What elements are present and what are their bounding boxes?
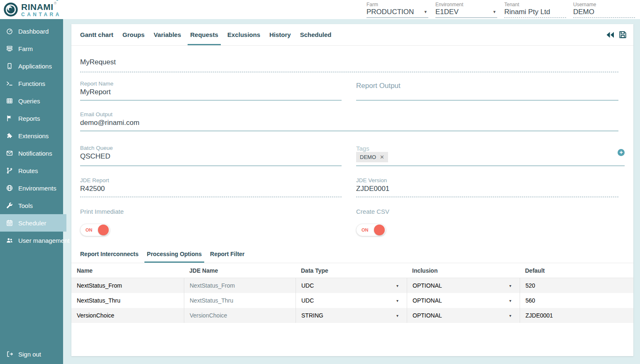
row-default-value[interactable]: ZJDE0001 — [520, 308, 633, 323]
sidebar-item-environments[interactable]: Environments — [0, 179, 63, 197]
toggle-knob — [98, 225, 109, 235]
request-name-value: MyRequest — [80, 57, 618, 72]
add-tag-button[interactable]: + — [618, 149, 625, 156]
sidebar-item-label: Notifications — [18, 150, 52, 157]
card-empty-space — [71, 323, 633, 356]
tab-bar: Gantt chart Groups Variables Requests Ex… — [71, 24, 633, 46]
jde-version-label: JDE Version — [356, 177, 618, 183]
username-field[interactable]: Username DEMO — [573, 2, 635, 18]
jde-report-label: JDE Report — [80, 177, 342, 183]
row-name: VersionChoice — [71, 308, 184, 323]
tenant-value: Rinami Pty Ltd — [504, 8, 550, 16]
environment-select[interactable]: Environment E1DEV ▾ — [435, 2, 497, 18]
sidebar-item-functions[interactable]: Functions — [0, 75, 63, 92]
sidebar-item-extensions[interactable]: Extensions — [0, 127, 63, 144]
data-type-select[interactable]: STRING ▾ — [296, 308, 407, 323]
tab-exclusions[interactable]: Exclusions — [225, 24, 263, 45]
save-icon[interactable] — [618, 30, 628, 39]
sidebar-item-farm[interactable]: Farm — [0, 40, 63, 57]
sign-out-icon — [5, 350, 14, 358]
sidebar-item-label: Farm — [18, 45, 33, 52]
puzzle-icon — [5, 132, 14, 139]
chevron-down-icon: ▾ — [509, 298, 511, 303]
server-icon — [5, 45, 14, 52]
jde-report-input[interactable]: JDE Report R42500 — [80, 177, 342, 197]
request-form: MyRequest Report Name MyReport Report Ou… — [71, 46, 633, 236]
terminal-icon — [5, 80, 14, 87]
sidebar-item-dashboard[interactable]: Dashboard — [0, 22, 63, 40]
tab-gantt-chart[interactable]: Gantt chart — [78, 24, 116, 45]
sidebar-item-queries[interactable]: Queries — [0, 92, 63, 110]
globe-icon — [5, 184, 14, 192]
email-output-label: Email Output — [80, 111, 618, 117]
jde-version-value: ZJDE0001 — [356, 183, 618, 197]
print-immediate-toggle[interactable]: ON — [80, 224, 110, 236]
branch-icon — [5, 167, 14, 174]
column-header-default: Default — [520, 263, 633, 278]
tab-history[interactable]: History — [267, 24, 293, 45]
subtab-processing-options[interactable]: Processing Options — [144, 246, 204, 263]
rewind-icon[interactable] — [605, 30, 615, 40]
sidebar-item-scheduler[interactable]: Scheduler — [0, 214, 66, 232]
table-icon — [5, 97, 14, 105]
chevron-down-icon: ▾ — [493, 9, 497, 15]
chevron-down-icon: ▾ — [509, 283, 511, 288]
flag-icon — [5, 115, 14, 122]
batch-queue-input[interactable]: Batch Queue QSCHED — [80, 145, 342, 166]
farm-select[interactable]: Farm PRODUCTION ▾ — [366, 2, 428, 18]
data-type-select[interactable]: UDC ▾ — [296, 293, 407, 308]
toggle-knob — [374, 225, 385, 235]
create-csv-toggle[interactable]: ON — [356, 224, 386, 236]
chevron-down-icon: ▾ — [509, 313, 511, 318]
sidebar-item-label: Applications — [18, 63, 52, 70]
sidebar-item-label: Queries — [18, 98, 40, 105]
sidebar-item-tools[interactable]: Tools — [0, 197, 63, 214]
sidebar-item-label: Extensions — [18, 132, 49, 139]
subtab-report-interconnects[interactable]: Report Interconnects — [78, 246, 141, 263]
report-name-input[interactable]: Report Name MyReport — [80, 81, 342, 100]
jde-version-input[interactable]: JDE Version ZJDE0001 — [356, 177, 618, 197]
tab-groups[interactable]: Groups — [120, 24, 147, 45]
sidebar-item-notifications[interactable]: Notifications — [0, 144, 63, 162]
toggle-state-label: ON — [362, 227, 369, 232]
tag-chip: DEMO ✕ — [356, 152, 388, 162]
inclusion-select[interactable]: OPTIONAL ▾ — [407, 278, 520, 293]
sidebar-item-user-management[interactable]: User management — [0, 232, 63, 249]
tags-label: Tags — [356, 145, 625, 152]
email-output-value: demo@rinami.com — [80, 117, 618, 131]
inclusion-select[interactable]: OPTIONAL ▾ — [407, 293, 520, 308]
sidebar-item-routes[interactable]: Routes — [0, 162, 63, 179]
tags-input[interactable]: Tags DEMO ✕ + — [356, 145, 625, 166]
chevron-down-icon: ▾ — [396, 283, 398, 288]
tab-scheduled[interactable]: Scheduled — [298, 24, 334, 45]
sidebar-item-reports[interactable]: Reports — [0, 110, 63, 127]
inclusion-select[interactable]: OPTIONAL ▾ — [407, 308, 520, 323]
farm-value: PRODUCTION — [366, 8, 414, 16]
tenant-field[interactable]: Tenant Rinami Pty Ltd — [504, 2, 566, 18]
table-row: VersionChoice VersionChoice STRING ▾ OPT… — [71, 308, 633, 323]
sidebar-item-label: Reports — [18, 115, 40, 122]
subtab-report-filter[interactable]: Report Filter — [208, 246, 247, 263]
dashboard-icon — [5, 27, 14, 35]
sidebar: Dashboard Farm Applications Functions Qu… — [0, 19, 63, 364]
tablet-icon — [5, 62, 14, 70]
toolbar — [605, 24, 628, 45]
tab-variables[interactable]: Variables — [151, 24, 183, 45]
row-jde-name: NextStatus_From — [184, 278, 296, 293]
jde-report-value: R42500 — [80, 183, 342, 197]
row-default-value[interactable]: 560 — [520, 293, 633, 308]
data-type-select[interactable]: UDC ▾ — [296, 278, 407, 293]
app-logo[interactable]: RINAMI ˇ ® CANTARA — [0, 2, 61, 17]
sidebar-item-sign-out[interactable]: Sign out — [0, 345, 63, 363]
batch-queue-value: QSCHED — [80, 151, 342, 164]
report-output-input[interactable]: Report Output — [356, 81, 618, 100]
sidebar-item-label: Scheduler — [18, 220, 46, 227]
row-default-value[interactable]: 520 — [520, 278, 633, 293]
request-name-input[interactable]: MyRequest — [80, 57, 618, 72]
sidebar-item-applications[interactable]: Applications — [0, 57, 63, 75]
sidebar-item-label: Environments — [18, 185, 56, 192]
email-output-input[interactable]: Email Output demo@rinami.com — [80, 111, 618, 131]
tab-requests[interactable]: Requests — [188, 24, 221, 45]
sidebar-item-label: Routes — [18, 167, 38, 174]
remove-tag-icon[interactable]: ✕ — [380, 154, 384, 160]
